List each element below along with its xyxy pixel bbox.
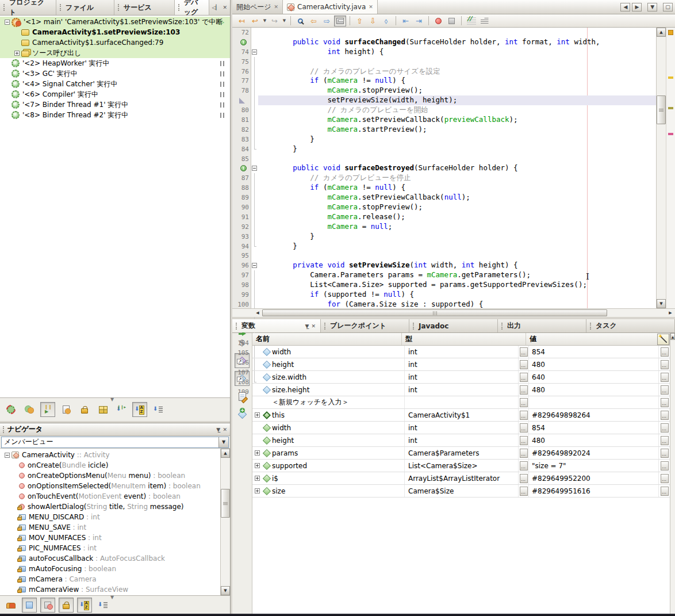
navigator-member-0[interactable]: CameraActivity :: Activity: [0, 450, 230, 460]
variable-row-6[interactable]: widthint…854…: [252, 422, 670, 434]
thread-row-9[interactable]: '<8> Binder Thread #2' 実行中: [0, 110, 230, 120]
ellipsis-button[interactable]: …: [520, 360, 528, 369]
ellipsis-button[interactable]: …: [661, 461, 669, 470]
bottom-tab-0[interactable]: 変数▼̲✕: [232, 319, 321, 332]
code-editor[interactable]: 7274757677788081828384858788899091929394…: [232, 28, 675, 308]
fold-column[interactable]: [251, 28, 258, 308]
navigator-member-2[interactable]: onCreateOptionsMenu(Menu menu) : boolean: [0, 470, 230, 481]
fold-collapse-icon[interactable]: [252, 263, 257, 268]
navigator-member-7[interactable]: MENU_SAVE : int: [0, 522, 230, 533]
navigator-member-1[interactable]: onCreate(Bundle icicle): [0, 460, 230, 470]
thread-row-6[interactable]: '<4> Signal Catcher' 実行中: [0, 79, 230, 89]
ellipsis-button[interactable]: …: [520, 423, 528, 433]
show-monitors-button[interactable]: [77, 402, 92, 417]
scrollbar-thumb[interactable]: [657, 95, 666, 124]
show-threads-button[interactable]: [22, 402, 37, 417]
sort-natural-button[interactable]: [151, 402, 166, 417]
sort-by-suspend-button[interactable]: ❙❙▸: [114, 402, 129, 417]
error-stripe-mark[interactable]: [668, 76, 673, 79]
thread-row-2[interactable]: CameraActivity$1.surfaceChanged:79: [0, 37, 230, 48]
pause-icon[interactable]: [220, 113, 224, 118]
ellipsis-button[interactable]: …: [520, 474, 528, 483]
ellipsis-button[interactable]: …: [661, 373, 669, 382]
minimize-window-group-icon[interactable]: ◁▏: [212, 5, 220, 10]
column-header-name[interactable]: 名前: [252, 333, 402, 345]
override-annotation-icon[interactable]: [240, 165, 247, 171]
code-area[interactable]: I public void surfaceChanged(SurfaceHold…: [258, 28, 656, 308]
bottom-tab-1[interactable]: ブレークポイント: [321, 319, 409, 332]
pause-icon[interactable]: [220, 71, 224, 76]
new-watch-button[interactable]: +: [235, 407, 250, 422]
thread-row-3[interactable]: ソース呼び出し: [0, 48, 230, 58]
navigator-member-6[interactable]: MENU_DISCARD : int: [0, 512, 230, 522]
navigator-member-8[interactable]: MOV_NUMFACES : int: [0, 533, 230, 543]
close-icon[interactable]: ✕: [274, 4, 279, 10]
previous-bookmark-button[interactable]: ⇧: [354, 16, 366, 26]
pause-icon[interactable]: [220, 102, 224, 108]
ellipsis-button[interactable]: …: [661, 385, 669, 395]
window-tab-0[interactable]: プロジェクト: [0, 0, 56, 15]
shift-line-left-button[interactable]: ⇤: [400, 16, 412, 26]
navigator-member-5[interactable]: showAlertDialog(String title, String mes…: [0, 502, 230, 512]
ellipsis-button[interactable]: …: [661, 436, 669, 445]
ellipsis-button[interactable]: …: [520, 385, 528, 395]
expand-icon[interactable]: [255, 476, 260, 481]
collapse-icon[interactable]: [5, 453, 10, 458]
show-inherited-members-button[interactable]: [3, 598, 18, 613]
navigator-view-select[interactable]: メンバービュー ▼: [1, 437, 229, 448]
scroll-up-icon[interactable]: ▲: [657, 28, 666, 37]
ellipsis-button[interactable]: …: [661, 487, 669, 496]
uncomment-button[interactable]: [478, 16, 490, 26]
sort-alphabetic-button[interactable]: A Z: [132, 402, 147, 417]
scroll-down-icon[interactable]: ▼: [657, 299, 666, 308]
error-stripe-mark[interactable]: [668, 107, 673, 109]
sort-source-button[interactable]: [95, 598, 110, 613]
chevron-down-icon[interactable]: ▼: [218, 437, 228, 447]
ellipsis-button[interactable]: …: [661, 449, 669, 458]
ellipsis-button[interactable]: …: [520, 449, 528, 458]
bottom-tab-4[interactable]: タスク: [586, 319, 675, 332]
show-non-public-members-button[interactable]: [59, 598, 74, 613]
ellipsis-button[interactable]: …: [661, 474, 669, 483]
check-deadlock-button[interactable]: [3, 402, 18, 417]
ellipsis-button[interactable]: …: [520, 373, 528, 382]
expand-icon[interactable]: [255, 488, 260, 493]
suspend-resume-button[interactable]: [40, 402, 55, 417]
variable-row-8[interactable]: paramsCamera$Parameters…#829649892024…: [252, 447, 670, 460]
override-annotation-icon[interactable]: [240, 39, 247, 45]
ellipsis-button[interactable]: …: [661, 398, 669, 407]
fold-collapse-icon[interactable]: [252, 49, 257, 55]
splitter-collapse-icon[interactable]: ▼: [110, 397, 114, 402]
variable-row-3[interactable]: size.heightint…480…: [252, 384, 670, 396]
error-stripe[interactable]: [666, 28, 675, 308]
find-previous-button[interactable]: ⇦: [308, 16, 320, 26]
forward-button[interactable]: ↪: [269, 16, 281, 26]
variable-row-2[interactable]: size.widthint…640…: [252, 371, 670, 384]
variable-row-9[interactable]: supportedList<Camera$Size>…"size = 7"…: [252, 460, 670, 472]
ellipsis-button[interactable]: …: [520, 347, 528, 357]
close-icon[interactable]: ✕: [223, 427, 227, 433]
collapse-icon[interactable]: [5, 20, 10, 25]
toggle-highlight-button[interactable]: [334, 16, 346, 26]
show-fields-button[interactable]: [22, 598, 37, 613]
expand-icon[interactable]: [255, 450, 260, 456]
variable-row-10[interactable]: i$ArrayList$ArrayListIterator…#829649952…: [252, 472, 670, 485]
bottom-tab-3[interactable]: 出力: [498, 319, 586, 332]
thread-row-8[interactable]: '<7> Binder Thread #1' 実行中: [0, 100, 230, 110]
comment-button[interactable]: [465, 16, 477, 26]
navigator-member-9[interactable]: PIC_NUMFACES : int: [0, 543, 230, 553]
bottom-tab-2[interactable]: Javadoc: [409, 319, 498, 332]
show-static-members-button[interactable]: [40, 598, 55, 613]
close-icon[interactable]: ✕: [311, 323, 316, 329]
thread-row-0[interactable]: '<1> main' 'CameraActivity$1.setPreviewS…: [0, 17, 230, 27]
ellipsis-button[interactable]: …: [520, 487, 528, 496]
chevron-down-icon[interactable]: ▼: [262, 16, 267, 26]
splitter-collapse-icon[interactable]: ▼: [110, 595, 114, 600]
window-tab-1[interactable]: ファイル: [56, 0, 114, 15]
session-properties-button[interactable]: [59, 402, 74, 417]
scroll-tabs-right-button[interactable]: ▶: [632, 3, 642, 12]
toggle-bookmark-button[interactable]: ⬨: [380, 16, 392, 26]
thread-row-1[interactable]: CameraActivity$1.setPreviewSize:103: [0, 27, 230, 37]
next-bookmark-button[interactable]: ⇩: [367, 16, 379, 26]
find-next-button[interactable]: ⇨: [321, 16, 333, 26]
